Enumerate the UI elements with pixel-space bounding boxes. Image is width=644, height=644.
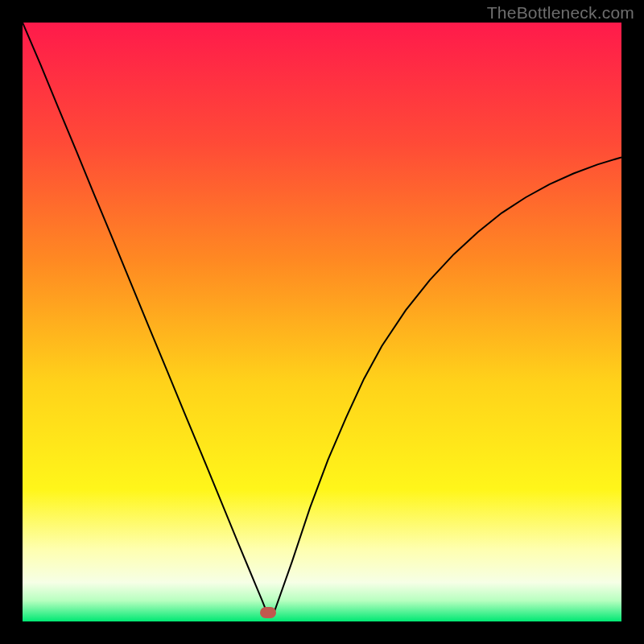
minimum-marker	[260, 607, 276, 618]
watermark-text: TheBottleneck.com	[487, 3, 634, 23]
chart-frame: TheBottleneck.com	[0, 0, 644, 644]
plot-area	[23, 23, 621, 621]
bottleneck-curve	[23, 23, 621, 621]
